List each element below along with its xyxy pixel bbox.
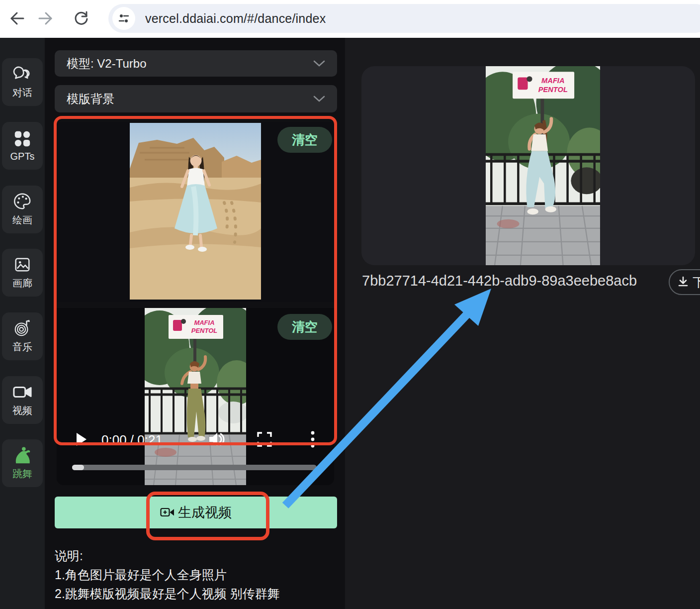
sidebar-item-chat[interactable]: 对话 (2, 58, 43, 106)
video-icon (12, 383, 33, 402)
reload-icon (73, 10, 89, 27)
gpts-icon (13, 129, 32, 148)
sign-text: PENTOL (191, 327, 218, 334)
result-video[interactable]: MAFIA PENTOL (486, 66, 600, 265)
volume-icon (208, 432, 225, 447)
sidebar-item-label: 对话 (12, 86, 32, 100)
sign-text: MAFIA (541, 77, 564, 85)
url-text: vercel.ddaiai.com/#/dance/index (145, 11, 326, 26)
template-video-frame: MAFIA PENTOL (145, 308, 246, 485)
kebab-menu-icon (311, 431, 315, 448)
chevron-down-icon (313, 96, 325, 102)
browser-toolbar: vercel.ddaiai.com/#/dance/index (0, 0, 700, 38)
app-content: 对话 GPTs 绘画 (0, 38, 700, 609)
result-filename: 7bb27714-4d21-442b-adb9-89a3eebe8acb (362, 273, 637, 289)
fullscreen-icon (257, 432, 272, 447)
video-controls: 0:00 / 0:21 (57, 426, 334, 452)
sidebar-item-label: 音乐 (12, 340, 32, 354)
download-icon (677, 276, 689, 288)
sign-text: PENTOL (538, 86, 568, 94)
sidebar: 对话 GPTs 绘画 (0, 38, 45, 609)
site-settings-icon[interactable] (112, 7, 135, 30)
fullscreen-button[interactable] (255, 430, 274, 448)
character-photo (130, 123, 261, 300)
template-video-player[interactable]: MAFIA PENTOL (57, 308, 334, 485)
sidebar-item-gpts[interactable]: GPTs (2, 122, 43, 170)
palette-icon (12, 192, 32, 211)
more-options-button[interactable] (305, 429, 320, 449)
model-dropdown[interactable]: 模型: V2-Turbo (55, 50, 337, 77)
sidebar-item-gallery[interactable]: 画廊 (2, 249, 43, 297)
generate-video-label: 生成视频 (178, 504, 232, 521)
sidebar-item-label: 绘画 (12, 213, 32, 227)
reload-button[interactable] (70, 7, 92, 30)
result-panel: MAFIA PENTOL (345, 38, 700, 609)
video-progress-fill (72, 465, 84, 470)
play-icon (76, 432, 88, 446)
instructions-title: 说明: (55, 546, 280, 565)
sidebar-item-label: 跳舞 (12, 467, 32, 481)
instructions-line-1: 1.角色图片最好是个人全身照片 (55, 565, 280, 584)
instructions-line-2: 2.跳舞模版视频最好是个人视频 别传群舞 (55, 584, 280, 603)
sidebar-item-dance[interactable]: 跳舞 (2, 439, 43, 487)
template-dropdown-value: 模版背景 (67, 91, 114, 107)
back-arrow-icon (9, 10, 26, 27)
sidebar-item-music[interactable]: 音乐 (2, 312, 43, 360)
generate-video-button[interactable]: 生成视频 (55, 497, 337, 528)
volume-button[interactable] (206, 429, 228, 449)
sidebar-item-video[interactable]: 视频 (2, 376, 43, 424)
sign-text: MAFIA (194, 319, 214, 326)
chat-icon (12, 65, 32, 84)
gallery-icon (12, 255, 32, 274)
model-dropdown-value: 模型: V2-Turbo (67, 56, 147, 72)
clear-image-button[interactable]: 清空 (277, 127, 332, 153)
dance-icon (12, 446, 32, 465)
download-label: 下 (693, 274, 700, 291)
forward-arrow-icon (37, 10, 54, 27)
dance-config-panel: 模型: V2-Turbo 模版背景 (45, 38, 345, 609)
url-bar[interactable]: vercel.ddaiai.com/#/dance/index (108, 4, 700, 33)
sidebar-item-label: GPTs (10, 151, 35, 162)
chevron-down-icon (313, 60, 325, 67)
instructions: 说明: 1.角色图片最好是个人全身照片 2.跳舞模版视频最好是个人视频 别传群舞 (55, 546, 280, 603)
video-progress-bar[interactable] (72, 465, 317, 470)
sidebar-item-label: 视频 (12, 404, 32, 417)
sidebar-item-paint[interactable]: 绘画 (2, 186, 43, 233)
sidebar-item-label: 画廊 (12, 277, 32, 290)
download-button[interactable]: 下 (669, 269, 700, 295)
clear-video-button[interactable]: 清空 (277, 314, 332, 340)
browser-window: vercel.ddaiai.com/#/dance/index 对话 GPTs (0, 0, 700, 609)
play-button[interactable] (72, 429, 91, 449)
video-time: 0:00 / 0:21 (101, 432, 163, 448)
generate-video-icon (160, 507, 175, 518)
back-button[interactable] (6, 7, 29, 30)
template-background-dropdown[interactable]: 模版背景 (55, 85, 337, 112)
character-image-slot[interactable]: 清空 (57, 122, 334, 302)
tune-icon (118, 12, 130, 24)
music-icon (12, 319, 32, 338)
forward-button[interactable] (34, 7, 57, 30)
